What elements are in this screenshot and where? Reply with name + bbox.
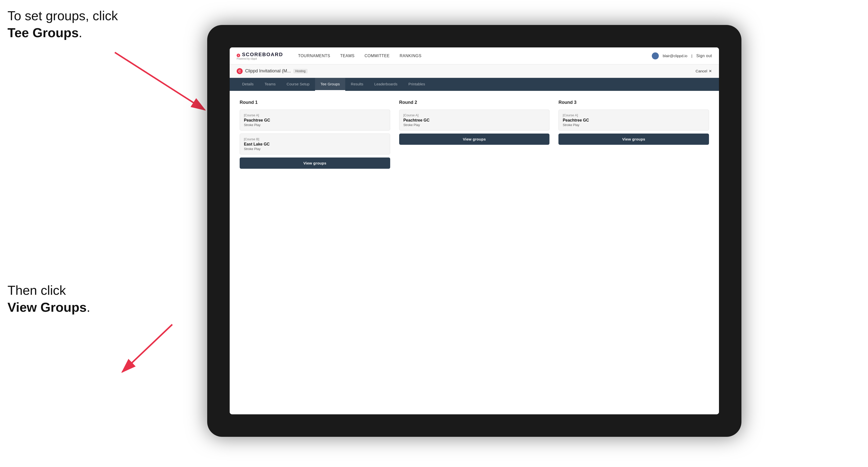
nav-committee[interactable]: COMMITTEE: [365, 53, 390, 59]
round-1-course-b-format: Stroke Play: [244, 147, 386, 151]
round-2-course-a-name: Peachtree GC: [403, 118, 546, 123]
nav-tournaments[interactable]: TOURNAMENTS: [298, 53, 330, 59]
round-2-course-a-card: [Course A] Peachtree GC Stroke Play: [399, 110, 550, 130]
round-1-course-b-name: East Lake GC: [244, 142, 386, 147]
round-3-course-a-label: [Course A]: [563, 113, 705, 117]
cancel-button[interactable]: Cancel ✕: [695, 69, 712, 73]
logo-sub: Powered by clippit: [237, 57, 283, 60]
round-3-course-a-format: Stroke Play: [563, 123, 705, 127]
cancel-label: Cancel: [695, 69, 707, 73]
tab-tee-groups[interactable]: Tee Groups: [315, 78, 345, 91]
round-1-course-a-format: Stroke Play: [244, 123, 386, 127]
nav-rankings[interactable]: RANKINGS: [400, 53, 422, 59]
sign-out-link[interactable]: Sign out: [696, 53, 712, 59]
cancel-icon: ✕: [709, 69, 712, 73]
logo-text: SCOREBOARD: [242, 52, 283, 57]
sub-header-left: C Clippd Invitational (M... Hosting: [237, 68, 308, 74]
top-navigation: S SCOREBOARD Powered by clippit TOURNAME…: [230, 48, 719, 64]
sub-header: C Clippd Invitational (M... Hosting Canc…: [230, 64, 719, 78]
round-2-title: Round 2: [399, 100, 550, 105]
round-3-course-a-name: Peachtree GC: [563, 118, 705, 123]
tab-printables[interactable]: Printables: [403, 78, 431, 91]
logo-area: S SCOREBOARD Powered by clippit: [237, 52, 283, 60]
round-1-column: Round 1 [Course A] Peachtree GC Stroke P…: [240, 100, 390, 169]
tab-leaderboards[interactable]: Leaderboards: [369, 78, 403, 91]
nav-right: blair@clippd.io | Sign out: [652, 53, 712, 59]
main-content: Round 1 [Course A] Peachtree GC Stroke P…: [230, 91, 719, 414]
tab-course-setup[interactable]: Course Setup: [281, 78, 315, 91]
round-2-course-a-label: [Course A]: [403, 113, 546, 117]
nav-teams[interactable]: TEAMS: [340, 53, 355, 59]
logo: S SCOREBOARD: [237, 52, 283, 57]
round-1-course-a-card: [Course A] Peachtree GC Stroke Play: [240, 110, 390, 130]
tournament-title: Clippd Invitational (M...: [245, 68, 291, 74]
tab-details[interactable]: Details: [237, 78, 259, 91]
logo-icon: S: [237, 54, 240, 57]
instruction-bottom-bold: View Groups: [7, 300, 87, 314]
instruction-top-bold: Tee Groups: [7, 26, 79, 40]
nav-separator: |: [691, 54, 692, 58]
round-1-course-b-label: [Course B]: [244, 137, 386, 141]
view-groups-button-round-2[interactable]: View groups: [399, 133, 550, 145]
arrow-2-icon: [92, 312, 187, 387]
svg-line-1: [115, 53, 205, 110]
round-1-title: Round 1: [240, 100, 390, 105]
round-3-title: Round 3: [558, 100, 709, 105]
tab-bar: Details Teams Course Setup Tee Groups Re…: [230, 78, 719, 91]
rounds-grid: Round 1 [Course A] Peachtree GC Stroke P…: [240, 100, 709, 169]
round-3-course-a-card: [Course A] Peachtree GC Stroke Play: [558, 110, 709, 130]
sub-logo-icon: C: [237, 68, 243, 74]
tab-results[interactable]: Results: [345, 78, 369, 91]
view-groups-button-round-1[interactable]: View groups: [240, 157, 390, 169]
tab-teams[interactable]: Teams: [259, 78, 281, 91]
round-2-column: Round 2 [Course A] Peachtree GC Stroke P…: [399, 100, 550, 169]
user-email: blair@clippd.io: [663, 54, 687, 58]
round-1-course-b-card: [Course B] East Lake GC Stroke Play: [240, 133, 390, 155]
hosting-badge: Hosting: [293, 69, 308, 73]
user-avatar: [652, 53, 659, 59]
instruction-top-line1: To set groups, click: [7, 8, 118, 23]
instruction-bottom: Then click View Groups.: [7, 282, 90, 316]
round-1-course-a-name: Peachtree GC: [244, 118, 386, 123]
instruction-top: To set groups, click Tee Groups.: [7, 7, 118, 41]
round-3-column: Round 3 [Course A] Peachtree GC Stroke P…: [558, 100, 709, 169]
tablet-screen: S SCOREBOARD Powered by clippit TOURNAME…: [230, 48, 719, 414]
svg-line-3: [122, 324, 172, 372]
tablet-device: S SCOREBOARD Powered by clippit TOURNAME…: [207, 25, 741, 437]
round-1-course-a-label: [Course A]: [244, 113, 386, 117]
view-groups-button-round-3[interactable]: View groups: [558, 133, 709, 145]
round-2-course-a-format: Stroke Play: [403, 123, 546, 127]
instruction-bottom-line1: Then click: [7, 283, 66, 298]
